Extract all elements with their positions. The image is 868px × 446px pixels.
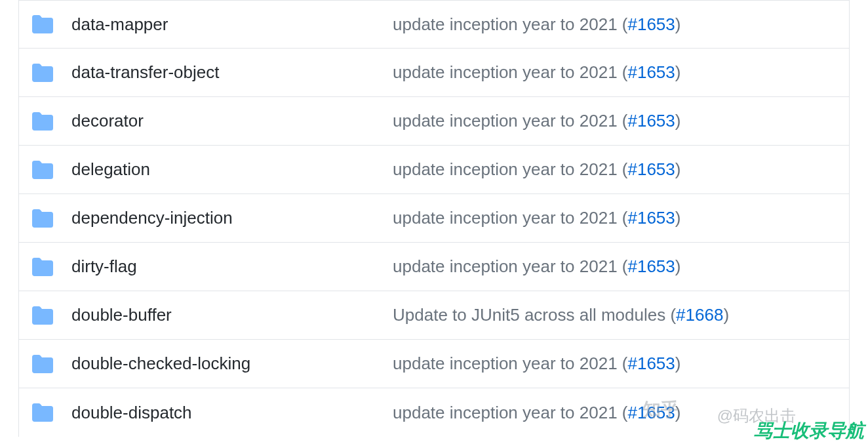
commit-text: update inception year to 2021 ( <box>393 62 627 82</box>
folder-name-link[interactable]: dependency-injection <box>71 208 393 228</box>
file-row[interactable]: data-transfer-object update inception ye… <box>19 49 849 97</box>
folder-name-link[interactable]: data-mapper <box>71 14 393 35</box>
folder-icon <box>32 354 53 375</box>
commit-text-suffix: ) <box>723 305 729 325</box>
commit-text-suffix: ) <box>675 62 681 82</box>
commit-message[interactable]: update inception year to 2021 (#1653) <box>393 159 836 180</box>
commit-message[interactable]: update inception year to 2021 (#1653) <box>393 208 836 228</box>
commit-message[interactable]: update inception year to 2021 (#1653) <box>393 256 836 277</box>
folder-icon <box>32 111 53 132</box>
issue-link[interactable]: #1653 <box>627 62 675 82</box>
folder-icon <box>32 159 53 180</box>
commit-message[interactable]: update inception year to 2021 (#1653) <box>393 14 836 35</box>
folder-icon <box>32 305 53 326</box>
commit-text: update inception year to 2021 ( <box>393 403 627 422</box>
folder-icon <box>32 208 53 229</box>
commit-text-suffix: ) <box>675 256 681 276</box>
folder-name-link[interactable]: decorator <box>71 111 393 131</box>
issue-link[interactable]: #1653 <box>627 159 675 179</box>
watermark-site: 骂士收录导航 <box>754 418 864 443</box>
issue-link[interactable]: #1653 <box>627 354 675 373</box>
file-row[interactable]: dirty-flag update inception year to 2021… <box>19 243 849 291</box>
watermark-zhihu: 知乎 <box>642 397 679 422</box>
issue-link[interactable]: #1653 <box>627 111 675 131</box>
commit-text-suffix: ) <box>675 208 681 228</box>
commit-text-suffix: ) <box>675 354 681 373</box>
commit-text: update inception year to 2021 ( <box>393 159 627 179</box>
folder-icon <box>32 62 53 83</box>
issue-link[interactable]: #1653 <box>627 256 675 276</box>
commit-text-suffix: ) <box>675 111 681 131</box>
file-row[interactable]: delegation update inception year to 2021… <box>19 146 849 194</box>
folder-name-link[interactable]: double-checked-locking <box>71 354 393 374</box>
commit-text: update inception year to 2021 ( <box>393 14 627 34</box>
file-row[interactable]: dependency-injection update inception ye… <box>19 194 849 243</box>
commit-message[interactable]: Update to JUnit5 across all modules (#16… <box>393 305 836 325</box>
file-list: data-mapper update inception year to 202… <box>18 0 850 437</box>
issue-link[interactable]: #1653 <box>627 14 675 34</box>
commit-text-suffix: ) <box>675 14 681 34</box>
commit-text-suffix: ) <box>675 159 681 179</box>
file-row[interactable]: double-checked-locking update inception … <box>19 340 849 388</box>
folder-icon <box>32 402 53 423</box>
folder-name-link[interactable]: double-dispatch <box>71 403 393 423</box>
commit-text: update inception year to 2021 ( <box>393 208 627 228</box>
folder-icon <box>32 256 53 277</box>
folder-icon <box>32 14 53 35</box>
folder-name-link[interactable]: delegation <box>71 159 393 180</box>
commit-message[interactable]: update inception year to 2021 (#1653) <box>393 111 836 131</box>
file-row[interactable]: double-buffer Update to JUnit5 across al… <box>19 291 849 340</box>
commit-message[interactable]: update inception year to 2021 (#1653) <box>393 354 836 374</box>
file-row[interactable]: decorator update inception year to 2021 … <box>19 97 849 146</box>
commit-text: update inception year to 2021 ( <box>393 111 627 131</box>
file-row[interactable]: data-mapper update inception year to 202… <box>19 0 849 49</box>
commit-text: update inception year to 2021 ( <box>393 256 627 276</box>
commit-text: Update to JUnit5 across all modules ( <box>393 305 676 325</box>
commit-text: update inception year to 2021 ( <box>393 354 627 373</box>
issue-link[interactable]: #1668 <box>676 305 723 325</box>
folder-name-link[interactable]: dirty-flag <box>71 256 393 277</box>
issue-link[interactable]: #1653 <box>627 208 675 228</box>
commit-message[interactable]: update inception year to 2021 (#1653) <box>393 62 836 83</box>
folder-name-link[interactable]: double-buffer <box>71 305 393 325</box>
folder-name-link[interactable]: data-transfer-object <box>71 62 393 83</box>
